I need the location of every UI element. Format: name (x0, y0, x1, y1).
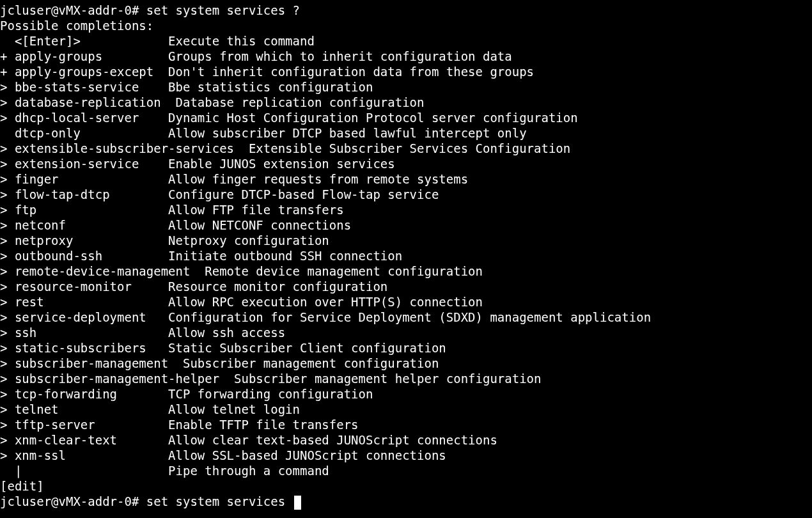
completion-item: + apply-groups Groups from which to inhe… (0, 49, 812, 64)
completion-item: > tcp-forwarding TCP forwarding configur… (0, 386, 812, 402)
completion-item: > netproxy Netproxy configuration (0, 233, 812, 248)
completion-item: > ssh Allow ssh access (0, 325, 812, 340)
completion-item: dtcp-only Allow subscriber DTCP based la… (0, 125, 812, 141)
completion-item: > xnm-clear-text Allow clear text-based … (0, 432, 812, 448)
completion-item: > telnet Allow telnet login (0, 402, 812, 417)
completion-item: > netconf Allow NETCONF connections (0, 217, 812, 233)
completion-item: | Pipe through a command (0, 463, 812, 478)
completion-item: > bbe-stats-service Bbe statistics confi… (0, 79, 812, 95)
completion-item: > static-subscribers Static Subscriber C… (0, 340, 812, 356)
mode-indicator: [edit] (0, 478, 812, 494)
cursor (294, 496, 301, 510)
completion-item: > xnm-ssl Allow SSL-based JUNOScript con… (0, 448, 812, 463)
completion-item: > database-replication Database replicat… (0, 95, 812, 110)
command-line-active[interactable]: jcluser@vMX-addr-0# set system services (0, 494, 812, 509)
completion-item: <[Enter]> Execute this command (0, 33, 812, 49)
completion-item: > subscriber-management Subscriber manag… (0, 356, 812, 371)
completion-item: > extension-service Enable JUNOS extensi… (0, 156, 812, 171)
completion-item: > flow-tap-dtcp Configure DTCP-based Flo… (0, 187, 812, 202)
completion-item: > remote-device-management Remote device… (0, 263, 812, 279)
completion-item: > service-deployment Configuration for S… (0, 310, 812, 325)
completion-item: > tftp-server Enable TFTP file transfers (0, 417, 812, 432)
completion-item: > extensible-subscriber-services Extensi… (0, 141, 812, 156)
terminal-output[interactable]: jcluser@vMX-addr-0# set system services … (0, 0, 812, 509)
completion-item: > subscriber-management-helper Subscribe… (0, 371, 812, 386)
completion-item: > ftp Allow FTP file transfers (0, 202, 812, 217)
completion-item: > finger Allow finger requests from remo… (0, 171, 812, 187)
command-line-entered: jcluser@vMX-addr-0# set system services … (0, 3, 812, 18)
completion-item: + apply-groups-except Don't inherit conf… (0, 64, 812, 79)
completion-item: > resource-monitor Resource monitor conf… (0, 279, 812, 294)
completion-item: > outbound-ssh Initiate outbound SSH con… (0, 248, 812, 263)
completion-item: > dhcp-local-server Dynamic Host Configu… (0, 110, 812, 125)
completion-item: > rest Allow RPC execution over HTTP(S) … (0, 294, 812, 310)
completions-header: Possible completions: (0, 18, 812, 33)
